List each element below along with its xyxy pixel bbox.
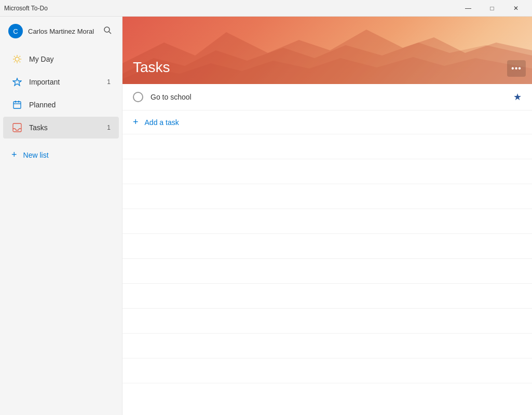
empty-row (122, 184, 532, 209)
empty-row (122, 334, 532, 358)
task-star-icon[interactable]: ★ (513, 91, 522, 103)
sidebar-item-important-badge: 1 (107, 78, 111, 86)
header-mountains-decoration (122, 17, 532, 84)
title-bar: Microsoft To-Do — □ ✕ (0, 0, 532, 17)
add-task-label: Add a task (145, 118, 179, 127)
maximize-button[interactable]: □ (480, 0, 504, 17)
svg-rect-12 (13, 102, 21, 108)
task-list: Go to school ★ + Add a task (122, 84, 532, 415)
svg-marker-11 (13, 78, 21, 86)
new-list-plus-icon: + (11, 149, 17, 160)
empty-row (122, 259, 532, 284)
svg-line-10 (14, 62, 15, 63)
empty-row (122, 134, 532, 159)
search-button[interactable] (101, 24, 114, 38)
empty-row (122, 234, 532, 259)
svg-point-0 (104, 27, 110, 32)
window-controls: — □ ✕ (456, 0, 528, 17)
search-icon (103, 26, 112, 34)
empty-row (122, 209, 532, 234)
avatar: C (8, 24, 23, 38)
star-icon (11, 76, 23, 88)
close-button[interactable]: ✕ (504, 0, 528, 17)
sidebar-item-tasks[interactable]: Tasks 1 (3, 117, 119, 139)
table-row[interactable]: Go to school ★ (122, 84, 532, 110)
user-info: C Carlos Martinez Moral (8, 24, 94, 38)
sidebar: C Carlos Martinez Moral (0, 17, 122, 415)
add-task-plus-icon: + (133, 117, 139, 128)
empty-row (122, 159, 532, 184)
header-menu-button[interactable]: ••• (507, 60, 526, 77)
app-title: Microsoft To-Do (4, 5, 48, 12)
svg-line-8 (20, 62, 21, 63)
calendar-icon (11, 99, 23, 110)
main-header: Tasks ••• (122, 17, 532, 84)
sidebar-nav: My Day Important 1 (0, 46, 122, 141)
svg-line-7 (14, 56, 15, 57)
minimize-button[interactable]: — (456, 0, 480, 17)
sidebar-item-tasks-label: Tasks (29, 123, 107, 132)
svg-line-9 (20, 56, 21, 57)
sidebar-item-important[interactable]: Important 1 (3, 71, 119, 93)
empty-row (122, 309, 532, 334)
avatar-initials: C (13, 27, 18, 35)
main-content: Tasks ••• Go to school ★ + Add a task (122, 17, 532, 415)
sidebar-header: C Carlos Martinez Moral (0, 17, 122, 46)
user-name: Carlos Martinez Moral (28, 27, 94, 35)
sidebar-item-planned-label: Planned (29, 101, 111, 109)
sidebar-item-tasks-badge: 1 (107, 124, 111, 131)
sidebar-item-important-label: Important (29, 78, 107, 86)
inbox-icon (11, 122, 23, 133)
sidebar-item-planned[interactable]: Planned (3, 94, 119, 116)
new-list-label: New list (23, 151, 49, 159)
sun-icon (11, 53, 23, 65)
task-text: Go to school (151, 93, 513, 101)
empty-row (122, 284, 532, 309)
task-checkbox[interactable] (133, 92, 143, 102)
page-title: Tasks (133, 59, 170, 76)
empty-row (122, 358, 532, 383)
svg-point-2 (15, 57, 19, 61)
new-list-button[interactable]: + New list (0, 143, 122, 167)
app-container: C Carlos Martinez Moral (0, 17, 532, 415)
sidebar-item-my-day[interactable]: My Day (3, 48, 119, 70)
svg-line-1 (109, 32, 111, 34)
add-task-row[interactable]: + Add a task (122, 110, 532, 134)
sidebar-item-my-day-label: My Day (29, 55, 111, 63)
